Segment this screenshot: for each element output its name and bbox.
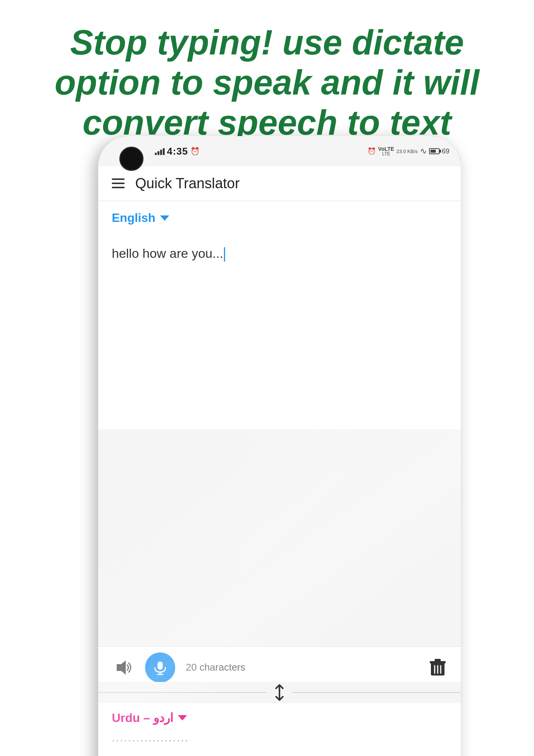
divider-right	[293, 692, 461, 693]
delete-button[interactable]	[428, 656, 447, 679]
target-language-label: Urdu – اردو	[112, 711, 173, 725]
wifi-icon: ∿	[420, 146, 427, 156]
phone-mockup: 4:35 ⏰ ⏰ VoLTE LTE 23.0 KB/s ∿ 69	[98, 136, 534, 756]
source-input-text: hello how are you...	[112, 240, 447, 270]
target-language-dropdown-arrow	[178, 715, 187, 720]
speaker-button[interactable]	[112, 656, 134, 679]
source-language-section: English	[98, 200, 461, 240]
network-speed: 23.0 KB/s	[397, 149, 418, 154]
alarm-icon-right: ⏰	[367, 147, 376, 155]
target-language-selector[interactable]: Urdu – اردو	[112, 711, 447, 725]
battery-icon	[429, 148, 440, 154]
translated-text: ...................	[112, 732, 447, 744]
target-language-section: Urdu – اردو ...................	[98, 703, 461, 756]
hamburger-line3	[112, 187, 125, 188]
headline-section: Stop typing! use dictate option to speak…	[0, 0, 534, 158]
lte-sub: LTE	[382, 152, 390, 156]
status-bar: 4:35 ⏰ ⏰ VoLTE LTE 23.0 KB/s ∿ 69	[98, 136, 461, 166]
svg-rect-1	[157, 662, 163, 670]
hamburger-line1	[112, 178, 125, 180]
speaker-icon	[114, 658, 133, 677]
swap-icon	[270, 683, 289, 702]
menu-icon[interactable]	[112, 178, 125, 188]
divider-left	[98, 692, 266, 693]
trash-icon	[429, 658, 446, 677]
svg-marker-0	[117, 660, 126, 675]
divider-row	[98, 682, 461, 703]
mic-icon	[153, 660, 168, 675]
svg-rect-6	[435, 659, 441, 662]
signal-bars	[155, 147, 165, 155]
source-language-selector[interactable]: English	[112, 211, 447, 225]
phone-frame: 4:35 ⏰ ⏰ VoLTE LTE 23.0 KB/s ∿ 69	[98, 136, 461, 756]
status-right: ⏰ VoLTE LTE 23.0 KB/s ∿ 69	[367, 146, 449, 156]
text-cursor	[224, 247, 225, 262]
app-bar: Quick Translator	[98, 166, 461, 200]
app-title: Quick Translator	[135, 175, 240, 192]
source-language-dropdown-arrow	[160, 215, 169, 221]
lte-label: VoLTE	[378, 146, 394, 152]
phone-screen: 4:35 ⏰ ⏰ VoLTE LTE 23.0 KB/s ∿ 69	[98, 136, 461, 756]
swap-languages-button[interactable]	[266, 682, 293, 703]
hamburger-line2	[112, 183, 125, 184]
app-content: English hello how are you...	[98, 200, 461, 756]
status-left: 4:35 ⏰	[155, 146, 200, 157]
mic-button[interactable]	[145, 652, 175, 683]
source-input-area[interactable]: hello how are you...	[98, 240, 461, 429]
source-language-label: English	[112, 211, 156, 225]
input-value: hello how are you...	[112, 246, 223, 260]
battery-percent: 69	[442, 147, 449, 155]
headline-text: Stop typing! use dictate option to speak…	[30, 23, 504, 143]
camera-hole	[119, 147, 144, 171]
char-count: 20 characters	[186, 662, 418, 673]
alarm-icon: ⏰	[190, 147, 200, 156]
status-time: 4:35	[167, 146, 188, 157]
battery-fill	[431, 150, 436, 153]
